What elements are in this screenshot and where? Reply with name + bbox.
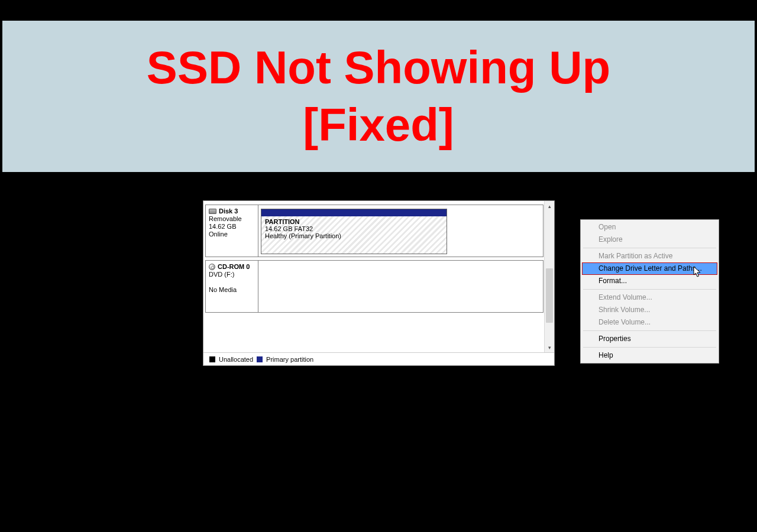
disk-row-cdrom0[interactable]: CD-ROM 0 DVD (F:) No Media bbox=[205, 260, 544, 313]
title-banner: SSD Not Showing Up [Fixed] bbox=[2, 21, 755, 172]
cdrom-name: CD-ROM 0 bbox=[218, 263, 250, 270]
cdrom-icon bbox=[209, 264, 215, 270]
menu-separator bbox=[583, 248, 716, 248]
partition-name: PARTITION bbox=[265, 218, 443, 225]
menu-separator bbox=[583, 289, 716, 290]
context-menu: Open Explore Mark Partition as Active Ch… bbox=[580, 219, 719, 364]
cdrom-name-row: CD-ROM 0 bbox=[209, 263, 255, 270]
menu-help[interactable]: Help bbox=[582, 349, 717, 362]
menu-separator bbox=[583, 330, 716, 331]
swatch-primary bbox=[257, 356, 263, 362]
disk-size: 14.62 GB bbox=[209, 223, 255, 230]
menu-extend-volume[interactable]: Extend Volume... bbox=[582, 291, 717, 304]
cdrom-drive: DVD (F:) bbox=[209, 271, 255, 278]
legend-primary: Primary partition bbox=[266, 356, 313, 363]
menu-mark-active[interactable]: Mark Partition as Active bbox=[582, 250, 717, 262]
menu-change-drive-letter[interactable]: Change Drive Letter and Paths... bbox=[582, 262, 717, 275]
disk-management-window: Disk 3 Removable 14.62 GB Online PARTITI… bbox=[203, 200, 555, 366]
menu-properties[interactable]: Properties bbox=[582, 333, 717, 345]
partition-health: Healthy (Primary Partition) bbox=[265, 232, 443, 239]
menu-explore[interactable]: Explore bbox=[582, 233, 717, 246]
disk-name: Disk 3 bbox=[219, 207, 238, 215]
partition-details: 14.62 GB FAT32 bbox=[265, 225, 443, 232]
partition-body: PARTITION 14.62 GB FAT32 Healthy (Primar… bbox=[261, 216, 447, 254]
disk-status: Online bbox=[209, 231, 255, 238]
cdrom-info-panel: CD-ROM 0 DVD (F:) No Media bbox=[206, 261, 258, 312]
disk-name-row: Disk 3 bbox=[209, 207, 255, 215]
menu-format[interactable]: Format... bbox=[582, 275, 717, 287]
disk-icon bbox=[209, 209, 216, 214]
menu-open[interactable]: Open bbox=[582, 221, 717, 233]
menu-separator bbox=[583, 347, 716, 348]
partition-box[interactable]: PARTITION 14.62 GB FAT32 Healthy (Primar… bbox=[261, 209, 447, 254]
legend-bar: Unallocated Primary partition bbox=[203, 352, 554, 365]
scroll-thumb[interactable] bbox=[546, 268, 553, 323]
banner-title: SSD Not Showing Up [Fixed] bbox=[147, 39, 610, 154]
swatch-unallocated bbox=[209, 356, 215, 362]
legend-unallocated: Unallocated bbox=[219, 356, 253, 363]
disk-row-disk3[interactable]: Disk 3 Removable 14.62 GB Online PARTITI… bbox=[205, 205, 544, 257]
menu-delete-volume[interactable]: Delete Volume... bbox=[582, 316, 717, 329]
partition-header-bar bbox=[261, 209, 447, 216]
scroll-up-button[interactable]: ▴ bbox=[545, 201, 554, 211]
disk-management-body: Disk 3 Removable 14.62 GB Online PARTITI… bbox=[203, 201, 544, 352]
cdrom-status: No Media bbox=[209, 286, 255, 293]
scroll-down-button[interactable]: ▾ bbox=[545, 342, 554, 352]
menu-shrink-volume[interactable]: Shrink Volume... bbox=[582, 304, 717, 316]
vertical-scrollbar[interactable]: ▴ ▾ bbox=[544, 201, 554, 352]
disk-info-panel: Disk 3 Removable 14.62 GB Online bbox=[206, 205, 258, 257]
disk-type: Removable bbox=[209, 215, 255, 222]
